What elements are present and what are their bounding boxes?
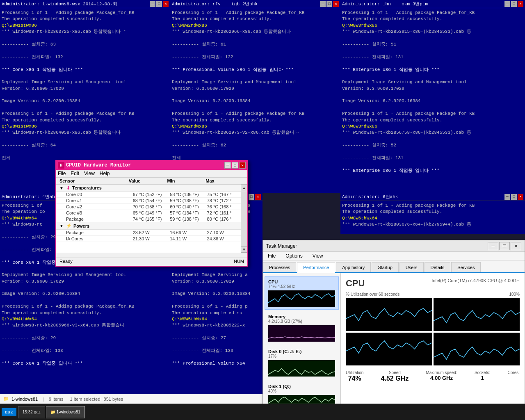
cpuid-min-core3: 57 °C (134 °F): [170, 210, 207, 215]
cpuid-maximize[interactable]: □: [232, 162, 238, 169]
cpuid-group-expand-powers[interactable]: ▼: [59, 224, 64, 228]
tab-users[interactable]: Users: [399, 262, 424, 272]
tab-app-history[interactable]: App history: [336, 262, 371, 272]
cpuid-row-core0: Core #0 67 °C (152 °F) 58 °C (136 °F) 75…: [56, 192, 247, 198]
minimize-button[interactable]: ─: [150, 1, 155, 7]
term3-line-9: *** Enterprise x86 1 작업중 입니다 ***: [342, 67, 523, 73]
term1-line-13: [2, 92, 169, 98]
close-button[interactable]: ✕: [163, 1, 169, 7]
tab-processes[interactable]: Processes: [263, 262, 296, 272]
cpuid-value-core1: 68 °C (154 °F): [133, 198, 170, 203]
term5-line-23: ---------- 전체파일: 133: [172, 348, 261, 354]
cpu-stats: Utilization 74% Speed 4.52 GHz Maximum s…: [346, 370, 520, 382]
term4-line-13: [2, 285, 169, 291]
svg-rect-1: [434, 298, 520, 331]
term3-line-23: ---------- 전체파일: 131: [342, 155, 523, 161]
perf-memory-value: 4.2/15.8 GB (27%): [268, 319, 335, 324]
minimize-button[interactable]: ─: [504, 1, 510, 7]
cpuid-controls[interactable]: ─ □ ✕: [224, 162, 246, 169]
tab-startup[interactable]: Startup: [372, 262, 398, 272]
term1-line-10: [2, 73, 169, 79]
explorer-folder-name: 1-windows81: [11, 397, 38, 402]
close-button[interactable]: ✕: [518, 194, 523, 200]
term4-line-22: [2, 342, 169, 348]
tab-services[interactable]: Services: [451, 262, 481, 272]
maximize-button[interactable]: □: [156, 1, 162, 7]
term2-line-5: ---------- 설치중: 61: [172, 41, 339, 48]
tm-menu-options[interactable]: Options: [284, 253, 304, 259]
cpu-stat-cores-label: Cores:: [508, 370, 520, 375]
tab-details[interactable]: Details: [425, 262, 451, 272]
term3-line-3: *** windows8-rt-kb2853915-x86-(kb2845533…: [342, 29, 523, 35]
term1-line-3: *** windows8-rt-kb2863725-x86.cab 통합했습니다…: [2, 29, 169, 35]
close-button[interactable]: ✕: [255, 194, 261, 200]
cpuid-row-core3: Core #3 65 °C (149 °F) 57 °C (134 °F) 72…: [56, 210, 247, 216]
taskbar-folder-icon: 📁: [50, 410, 55, 414]
cpuid-min-core1: 59 °C (138 °F): [170, 198, 207, 203]
cpuid-close[interactable]: ✕: [239, 162, 246, 169]
term5-line-18: Q:\W8W5thWx64: [172, 316, 261, 322]
tm-tabs: Processes Performance App history Startu…: [263, 260, 525, 273]
maximize-button[interactable]: □: [511, 1, 517, 7]
tm-menu-file[interactable]: File: [266, 253, 277, 259]
cpuid-scroll-down[interactable]: ▼: [241, 246, 247, 253]
terminal-1-controls[interactable]: ─ □ ✕: [150, 1, 169, 7]
perf-item-cpu[interactable]: CPU 74% 4.52 GHz: [265, 276, 339, 310]
close-button[interactable]: ✕: [518, 1, 523, 7]
tm-maximize[interactable]: □: [499, 242, 510, 250]
minimize-button[interactable]: ─: [504, 194, 510, 200]
cpuid-menu-edit[interactable]: Edit: [71, 171, 79, 176]
tm-menu-view[interactable]: View: [311, 253, 325, 259]
cpuid-value-core0: 67 °C (152 °F): [133, 192, 170, 197]
cpuid-min-pkg-temp: 59 °C (138 °F): [170, 217, 207, 221]
term2-line-4: [172, 35, 339, 41]
term5-line-14: Image Version: 6.2.9200.16384: [172, 291, 261, 297]
terminal-2-titlebar: Administrator: rfv tgb 2번ahk ─ □ ✕: [170, 0, 340, 8]
term6-line-1: The operation completed successfully.: [342, 209, 523, 215]
term3-line-19: *** windows8-rt-kb2856758-x86-(kb2845533…: [342, 130, 523, 136]
term1-line-0: Processing 1 of 1 - Adding package Packa…: [2, 10, 169, 16]
terminal-3-controls[interactable]: ─ □ ✕: [504, 1, 523, 7]
cpuid-row-core1: Core #1 68 °C (154 °F) 59 °C (138 °F) 78…: [56, 198, 247, 204]
term3-line-2: Q:\W8W3rdWx86: [342, 23, 523, 29]
terminal-6-controls[interactable]: ─ □ ✕: [504, 194, 523, 200]
tab-performance[interactable]: Performance: [297, 262, 335, 273]
cpuid-menu-file[interactable]: File: [58, 171, 66, 176]
term5-line-16: Processing 1 of 1 - Adding p: [172, 304, 261, 310]
cpu-graph-2: [434, 298, 520, 331]
term5-line-19: *** windows8-rt-kb2805222-x: [172, 322, 261, 329]
term2-line-10: [172, 73, 339, 79]
perf-item-memory[interactable]: Memory 4.2/15.8 GB (27%): [265, 311, 339, 345]
cpuid-menu-help[interactable]: Help: [100, 171, 110, 176]
terminal-3-title: Administrator: ihn okm 3번pLm: [342, 1, 428, 7]
taskbar-item-windows81[interactable]: 📁 1-windows81: [46, 406, 85, 418]
maximize-button[interactable]: □: [249, 194, 254, 200]
terminal-1-titlebar: Administrator: 1·windows8·wsx 2014-12-08…: [0, 0, 170, 8]
cpuid-sensor-core3: Core #3: [66, 210, 133, 215]
cpuid-scroll-up[interactable]: ▲: [241, 185, 247, 191]
perf-item-disk0[interactable]: Disk 0 (C: J: E:) 17%: [265, 346, 339, 379]
minimize-button[interactable]: ─: [320, 1, 326, 7]
perf-disk1-name: Disk 1 (Q:): [268, 384, 291, 389]
tm-controls[interactable]: ─ □ ✕: [488, 242, 521, 250]
terminal-2-controls[interactable]: ─ □ ✕: [320, 1, 339, 7]
taskbar-item-time[interactable]: 15:32 gaz: [18, 406, 45, 418]
cpuid-group-expand-temps[interactable]: ▼: [59, 186, 64, 190]
tm-minimize[interactable]: ─: [488, 242, 498, 250]
start-button[interactable]: gaz: [2, 408, 16, 416]
cpuid-minimize[interactable]: ─: [224, 162, 231, 169]
term1-line-20: [2, 136, 169, 142]
tm-close[interactable]: ✕: [511, 242, 521, 250]
term2-line-7: ---------- 전체파일: 132: [172, 54, 339, 60]
explorer-item-count: 9 items: [49, 397, 63, 402]
cpuid-scrollbar[interactable]: ▲ ▼: [241, 185, 247, 253]
terminal-4-title: Administrator: 4번ahk: [2, 194, 57, 200]
term2-line-17: The operation completed successfully.: [172, 117, 339, 123]
maximize-button[interactable]: □: [511, 194, 517, 200]
cpuid-status-num: NUM: [234, 259, 244, 265]
close-button[interactable]: ✕: [333, 1, 339, 7]
perf-disk1-value: 49%: [268, 389, 335, 393]
maximize-button[interactable]: □: [326, 1, 332, 7]
term2-line-22: [172, 149, 339, 155]
cpuid-menu-view[interactable]: View: [84, 171, 95, 176]
